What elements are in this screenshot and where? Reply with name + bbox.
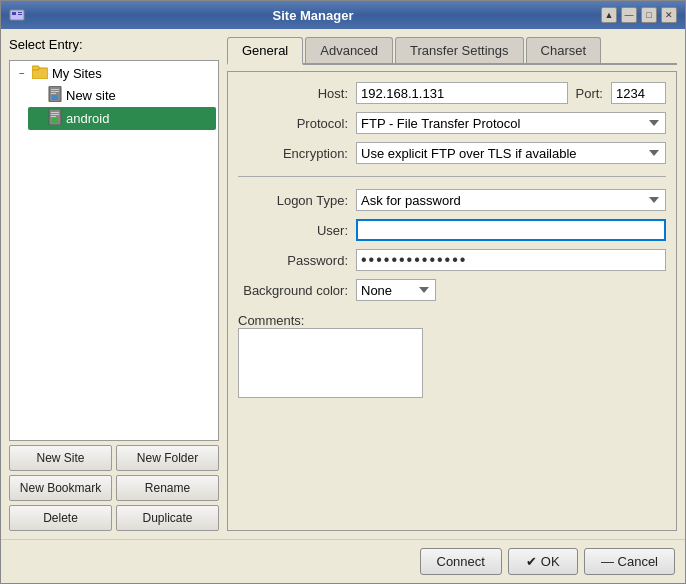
password-label: Password: xyxy=(238,253,348,268)
minimize-button[interactable]: — xyxy=(621,7,637,23)
password-row: Password: •••••••••••••• xyxy=(238,249,666,271)
user-row: User: xyxy=(238,219,666,241)
button-row-1: New Site New Folder xyxy=(9,445,219,471)
delete-button[interactable]: Delete xyxy=(9,505,112,531)
logon-type-label: Logon Type: xyxy=(238,193,348,208)
logon-type-row: Logon Type: Anonymous Normal Ask for pas… xyxy=(238,189,666,211)
user-input[interactable] xyxy=(356,219,666,241)
svg-rect-12 xyxy=(51,112,59,113)
protocol-label: Protocol: xyxy=(238,116,348,131)
separator-1 xyxy=(238,176,666,177)
svg-rect-5 xyxy=(32,66,39,70)
svg-rect-7 xyxy=(51,89,59,90)
port-label: Port: xyxy=(576,86,603,101)
logon-type-select[interactable]: Anonymous Normal Ask for password Intera… xyxy=(356,189,666,211)
site-icon xyxy=(48,86,62,105)
right-panel: General Advanced Transfer Settings Chars… xyxy=(227,37,677,531)
svg-rect-15 xyxy=(52,118,58,123)
new-bookmark-button[interactable]: New Bookmark xyxy=(9,475,112,501)
site-manager-window: Site Manager ▲ — □ ✕ Select Entry: − xyxy=(0,0,686,584)
svg-rect-1 xyxy=(12,12,16,15)
bg-color-select[interactable]: None Red Green Blue xyxy=(356,279,436,301)
tree-indent: New site xyxy=(12,84,216,130)
tree-item-android[interactable]: android xyxy=(28,107,216,130)
svg-rect-3 xyxy=(18,14,22,15)
collapse-icon[interactable]: − xyxy=(16,68,28,79)
host-input[interactable] xyxy=(356,82,568,104)
host-row: Host: Port: xyxy=(238,82,666,104)
select-entry-label: Select Entry: xyxy=(9,37,219,52)
port-input[interactable] xyxy=(611,82,666,104)
svg-rect-9 xyxy=(51,93,56,94)
encryption-select[interactable]: Use explicit FTP over TLS if available R… xyxy=(356,142,666,164)
comments-label: Comments: xyxy=(238,313,666,328)
bg-color-label: Background color: xyxy=(238,283,348,298)
protocol-select[interactable]: FTP - File Transfer Protocol SFTP - SSH … xyxy=(356,112,666,134)
svg-rect-10 xyxy=(52,95,58,100)
android-icon xyxy=(48,109,62,128)
bottom-bar: Connect ✔ OK — Cancel xyxy=(1,539,685,583)
duplicate-button[interactable]: Duplicate xyxy=(116,505,219,531)
tree-view[interactable]: − My Sites xyxy=(9,60,219,441)
svg-rect-13 xyxy=(51,114,59,115)
connect-button[interactable]: Connect xyxy=(420,548,502,575)
my-sites-label: My Sites xyxy=(52,66,102,81)
titlebar-arrow-btn[interactable]: ▲ xyxy=(601,7,617,23)
window-controls: ▲ — □ ✕ xyxy=(601,7,677,23)
close-button[interactable]: ✕ xyxy=(661,7,677,23)
form-area: Host: Port: Protocol: FTP - File Transfe… xyxy=(227,71,677,531)
android-label: android xyxy=(66,111,109,126)
tabs: General Advanced Transfer Settings Chars… xyxy=(227,37,677,65)
ok-button[interactable]: ✔ OK xyxy=(508,548,578,575)
maximize-button[interactable]: □ xyxy=(641,7,657,23)
svg-rect-8 xyxy=(51,91,59,92)
protocol-row: Protocol: FTP - File Transfer Protocol S… xyxy=(238,112,666,134)
user-label: User: xyxy=(238,223,348,238)
button-row-2: New Bookmark Rename xyxy=(9,475,219,501)
tab-general[interactable]: General xyxy=(227,37,303,65)
comments-textarea[interactable] xyxy=(238,328,423,398)
titlebar-icon xyxy=(9,7,25,23)
new-folder-button[interactable]: New Folder xyxy=(116,445,219,471)
svg-rect-2 xyxy=(18,12,22,13)
comments-section: Comments: xyxy=(238,309,666,401)
tab-transfer-settings[interactable]: Transfer Settings xyxy=(395,37,524,63)
encryption-label: Encryption: xyxy=(238,146,348,161)
tab-charset[interactable]: Charset xyxy=(526,37,602,63)
new-site-button[interactable]: New Site xyxy=(9,445,112,471)
host-label: Host: xyxy=(238,86,348,101)
bg-color-row: Background color: None Red Green Blue xyxy=(238,279,666,301)
folder-icon xyxy=(32,65,48,82)
rename-button[interactable]: Rename xyxy=(116,475,219,501)
tree-item-my-sites[interactable]: − My Sites xyxy=(12,63,216,84)
tree-item-new-site[interactable]: New site xyxy=(28,84,216,107)
new-site-label: New site xyxy=(66,88,116,103)
button-row-3: Delete Duplicate xyxy=(9,505,219,531)
cancel-button[interactable]: — Cancel xyxy=(584,548,675,575)
titlebar: Site Manager ▲ — □ ✕ xyxy=(1,1,685,29)
main-content: Select Entry: − My Sites xyxy=(1,29,685,539)
password-dots: •••••••••••••• xyxy=(356,249,666,271)
encryption-row: Encryption: Use explicit FTP over TLS if… xyxy=(238,142,666,164)
svg-rect-14 xyxy=(51,116,56,117)
left-panel: Select Entry: − My Sites xyxy=(9,37,219,531)
window-title: Site Manager xyxy=(25,8,601,23)
tab-advanced[interactable]: Advanced xyxy=(305,37,393,63)
